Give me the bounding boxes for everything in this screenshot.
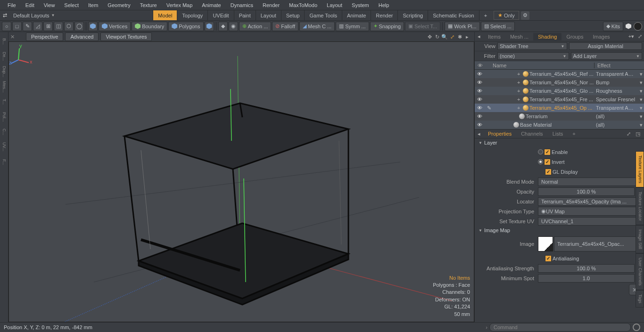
left-item-2[interactable]: Dup... — [0, 64, 8, 79]
rp-tab-groups[interactable]: Groups — [561, 33, 588, 40]
menu-vertexmap[interactable]: Vertex Map — [162, 2, 198, 8]
pen-icon[interactable]: ✎ — [23, 22, 32, 31]
image-dropdown[interactable]: Terrarium_45x45x45_Opac...▼ — [554, 236, 642, 251]
tool1-icon[interactable]: ◆ — [218, 22, 228, 31]
menu-texture[interactable]: Texture — [135, 2, 162, 8]
addlayer-select[interactable]: Add Layer▼ — [571, 52, 643, 60]
tab-add[interactable]: + — [479, 10, 492, 20]
minspot-input[interactable]: 1.0 — [538, 274, 635, 283]
proj-dropdown[interactable]: ◉ UV Map▼ — [538, 207, 642, 216]
side-tab-user-channels[interactable]: User Channels — [636, 253, 644, 290]
invert-lock-icon[interactable] — [538, 159, 543, 164]
cube2-icon[interactable] — [88, 22, 98, 31]
menu-help[interactable]: Help — [374, 2, 394, 8]
vp-gear-icon[interactable]: ✱ — [456, 33, 463, 40]
tree-row-6[interactable]: 👁 Base Material (all) ▾ — [475, 121, 644, 129]
side-tab-tags[interactable]: Tags — [636, 290, 644, 308]
menu-geometry[interactable]: Geometry — [103, 2, 135, 8]
eye-icon[interactable]: 👁 — [475, 71, 484, 77]
props-pop-icon[interactable]: ◳ — [634, 131, 642, 137]
viewport-3d[interactable]: No Items Polygons : Face Channels: 0 Def… — [8, 41, 474, 322]
symm-button[interactable]: ▥Symm ... — [336, 22, 369, 31]
left-item-7[interactable]: UV... — [0, 139, 8, 154]
gldisplay-checkbox[interactable]: ✓ — [545, 169, 552, 175]
image-thumbnail[interactable] — [538, 236, 553, 251]
selectt-button[interactable]: ▣Select T... — [405, 22, 440, 31]
tab-model[interactable]: Model — [153, 10, 177, 20]
eye-icon[interactable]: 👁 — [475, 122, 484, 128]
layout-arrow-icon[interactable]: ⇄ — [0, 12, 9, 18]
aastr-input[interactable]: 100.0 % — [538, 264, 635, 273]
selecti-button[interactable]: ▨Selecti ... — [481, 22, 515, 31]
eye-icon[interactable]: 👁 — [475, 80, 484, 85]
tab-layout[interactable]: Layout — [256, 10, 281, 20]
vp-move-icon[interactable]: ✥ — [426, 33, 433, 40]
tree-row-0[interactable]: 👁 + Terrarium_45x45x45_Ref ... Transpare… — [475, 70, 644, 78]
unreal-icon[interactable] — [634, 22, 642, 31]
props-tab-lists[interactable]: Lists — [548, 130, 568, 138]
snapping-button[interactable]: ✦Snapping — [370, 22, 405, 31]
eye-icon[interactable]: 👁 — [475, 97, 484, 102]
tree-item-dd-icon[interactable]: ▾ — [638, 97, 644, 103]
tool2-icon[interactable]: ◉ — [229, 22, 238, 31]
tree-item-dd-icon[interactable]: ▾ — [638, 88, 644, 94]
blend-dropdown[interactable]: Normal▼ — [538, 178, 642, 186]
tab-paint[interactable]: Paint — [234, 10, 256, 20]
layout-dropdown[interactable]: Default Layouts▼ — [9, 13, 58, 18]
rp-tab-images[interactable]: Images — [588, 33, 614, 40]
vp-max-icon[interactable]: ⤢ — [449, 33, 455, 40]
tree-row-5[interactable]: 👁 Terrarium (all) ▾ — [475, 112, 644, 121]
menu-render[interactable]: Render — [258, 2, 284, 8]
cube3-icon[interactable] — [205, 22, 214, 31]
square-prim-icon[interactable]: □ — [12, 22, 22, 31]
eye-icon[interactable]: 👁 — [475, 88, 484, 94]
tab-scripting[interactable]: Scripting — [397, 10, 428, 20]
vp-rotate-icon[interactable]: ↻ — [434, 33, 440, 40]
uv-dropdown[interactable]: UVChannel_1▼ — [538, 217, 642, 226]
shader-tree[interactable]: 👁 + Terrarium_45x45x45_Ref ... Transpare… — [475, 70, 644, 129]
meshc-button[interactable]: ◢Mesh C ... — [299, 22, 335, 31]
menu-view[interactable]: View — [39, 2, 60, 8]
tree-row-3[interactable]: 👁 + Terrarium_45x45x45_Fre ... Specular … — [475, 95, 644, 104]
props-tab-channels[interactable]: Channels — [516, 130, 547, 138]
props-tab-properties[interactable]: Properties — [483, 130, 516, 138]
tab-render[interactable]: Render — [371, 10, 397, 20]
angle-icon[interactable]: ◿ — [33, 22, 42, 31]
opacity-input[interactable]: 100.0 % — [538, 187, 635, 196]
menu-animate[interactable]: Animate — [197, 2, 225, 8]
left-item-6[interactable]: C... — [0, 124, 8, 139]
tab-uvedit[interactable]: UVEdit — [207, 10, 233, 20]
filter-select[interactable]: (none)▼ — [497, 52, 569, 60]
locator-dropdown[interactable]: Terrarium_45x45x45_Opacity (Ima ...▼ — [538, 197, 642, 206]
props-prev-icon[interactable]: ◂ — [475, 131, 483, 137]
edit-icon[interactable]: ✎ — [484, 105, 494, 111]
left-item-8[interactable]: F... — [0, 154, 8, 170]
menu-file[interactable]: File — [3, 2, 21, 8]
vp-dd-icon[interactable]: ▸ — [464, 33, 471, 40]
invert-checkbox[interactable]: ✓ — [544, 159, 551, 165]
props-max-icon[interactable]: ⤢ — [624, 131, 633, 137]
vertices-button[interactable]: Vertices — [99, 22, 131, 31]
sphere-icon[interactable]: ◯ — [74, 22, 84, 31]
left-item-5[interactable]: Pol... — [0, 109, 8, 124]
enable-checkbox[interactable]: ✓ — [544, 149, 551, 155]
vp-tab-textures[interactable]: Viewport Textures — [100, 32, 152, 41]
left-item-4[interactable]: T... — [0, 94, 8, 109]
falloff-button[interactable]: ⊘Falloff — [272, 22, 298, 31]
vp-close-icon[interactable]: ✕ — [10, 34, 15, 40]
tab-schematic[interactable]: Schematic Fusion — [428, 10, 479, 20]
cyl-icon[interactable]: ⬡ — [64, 22, 74, 31]
menu-maxtomodo[interactable]: MaxToModo — [284, 2, 322, 8]
tree-item-dd-icon[interactable]: ▾ — [638, 105, 644, 111]
tree-item-dd-icon[interactable]: ▾ — [638, 122, 644, 128]
tree-item-dd-icon[interactable]: ▾ — [638, 113, 644, 120]
rp-tab-mesh[interactable]: Mesh ... — [505, 33, 533, 40]
menu-item[interactable]: Item — [83, 2, 103, 8]
left-item-0[interactable]: B... — [0, 34, 8, 49]
left-item-1[interactable]: De... — [0, 49, 8, 64]
eye-icon[interactable]: 👁 — [475, 113, 484, 119]
boundary-button[interactable]: Boundary — [132, 22, 167, 31]
vp-tab-advanced[interactable]: Advanced — [65, 32, 99, 41]
side-tab-texture-layers[interactable]: Texture Layers — [636, 151, 644, 187]
cube3d-icon[interactable] — [624, 22, 633, 31]
